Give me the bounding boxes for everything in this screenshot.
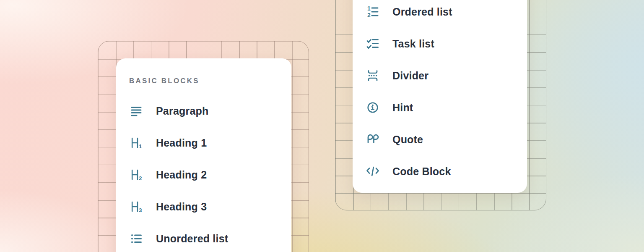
svg-text:2: 2 [139, 175, 142, 181]
divider-icon [365, 68, 380, 83]
code-block-icon [365, 164, 380, 179]
menu-item-label: Heading 2 [156, 169, 207, 181]
paragraph-icon [129, 103, 144, 118]
menu-item-code-block[interactable]: Code Block [353, 155, 527, 187]
unordered-list-icon [129, 231, 144, 246]
svg-text:1: 1 [139, 143, 142, 150]
menu-item-divider[interactable]: Divider [353, 60, 527, 92]
menu-item-unordered-list[interactable]: Unordered list [116, 223, 291, 252]
menu-item-label: Divider [392, 70, 428, 82]
menu-list-more-blocks: 12Ordered listTask listDividerHintQuoteC… [353, 0, 527, 187]
ordered-list-icon: 12 [365, 4, 380, 19]
menu-item-label: Paragraph [156, 105, 208, 117]
quote-icon [365, 132, 380, 147]
menu-item-heading-1[interactable]: 1Heading 1 [116, 127, 291, 159]
blocks-menu-continued: 12Ordered listTask listDividerHintQuoteC… [353, 0, 527, 193]
hint-icon [365, 100, 380, 115]
menu-list-basic-blocks: Paragraph1Heading 12Heading 23Heading 3U… [116, 95, 291, 252]
menu-item-label: Ordered list [392, 6, 452, 18]
menu-item-label: Heading 1 [156, 137, 207, 149]
menu-item-label: Quote [392, 134, 423, 146]
task-list-icon [365, 36, 380, 51]
menu-item-quote[interactable]: Quote [353, 123, 527, 155]
heading-1-icon: 1 [129, 135, 144, 150]
section-label-basic-blocks: BASIC BLOCKS [129, 76, 291, 86]
svg-text:3: 3 [139, 207, 142, 213]
menu-item-heading-3[interactable]: 3Heading 3 [116, 191, 291, 223]
basic-blocks-menu: BASIC BLOCKS Paragraph1Heading 12Heading… [116, 58, 291, 252]
menu-item-paragraph[interactable]: Paragraph [116, 95, 291, 127]
heading-3-icon: 3 [129, 199, 144, 214]
menu-item-label: Unordered list [156, 233, 228, 245]
menu-item-hint[interactable]: Hint [353, 92, 527, 123]
menu-item-label: Task list [392, 38, 434, 50]
svg-text:2: 2 [367, 12, 371, 18]
menu-item-label: Heading 3 [156, 201, 207, 213]
menu-item-task-list[interactable]: Task list [353, 28, 527, 60]
menu-item-ordered-list[interactable]: 12Ordered list [353, 0, 527, 28]
menu-item-heading-2[interactable]: 2Heading 2 [116, 159, 291, 191]
hero-background: BASIC BLOCKS Paragraph1Heading 12Heading… [0, 0, 644, 252]
menu-item-label: Code Block [392, 165, 451, 178]
svg-text:1: 1 [367, 5, 371, 12]
heading-2-icon: 2 [129, 167, 144, 182]
menu-item-label: Hint [392, 102, 413, 114]
